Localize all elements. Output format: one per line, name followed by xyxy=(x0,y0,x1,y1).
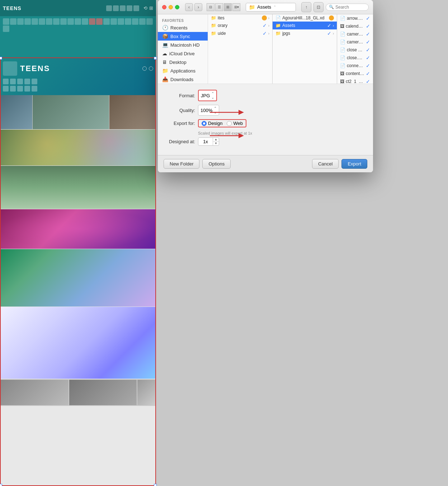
cancel-button[interactable]: Cancel xyxy=(312,159,339,169)
file-column-3: 📄 arrow.svg ✓ 🖼 calendarBG.jpg ✓ 📄 camer… xyxy=(337,14,373,84)
forward-button[interactable]: › xyxy=(194,3,202,11)
search-input[interactable] xyxy=(335,5,364,10)
file-row[interactable]: 🖼 calendarBG.jpg ✓ xyxy=(337,22,373,30)
format-select[interactable]: JPG ⌃⌄ xyxy=(198,90,217,101)
xd-tool-icon[interactable] xyxy=(133,5,139,11)
macintosh-hd-icon: 💻 xyxy=(162,42,168,48)
xd-tool[interactable] xyxy=(118,18,124,25)
file-row[interactable]: 📄 close video.svg ✓ xyxy=(337,46,373,54)
sidebar-item-recents[interactable]: 🕐 Recents xyxy=(158,23,208,32)
xd-tool[interactable] xyxy=(132,18,138,25)
xd-tool-icon[interactable] xyxy=(106,5,112,11)
xd-tool[interactable] xyxy=(46,18,52,25)
sidebar-item-box-sync[interactable]: 📦 Box Sync xyxy=(158,32,208,41)
file-row[interactable]: 🖼 ct2_1_hover@2x.png ✓ xyxy=(337,78,373,84)
close-window-button[interactable] xyxy=(162,5,166,9)
web-radio-label[interactable]: Web xyxy=(227,121,243,126)
handle-tr[interactable] xyxy=(154,57,157,60)
file-row[interactable]: 📄 close.svg ✓ xyxy=(337,54,373,62)
file-row[interactable]: 📄 camera.svg ✓ xyxy=(337,38,373,46)
file-row[interactable]: 📁 uide ✓ › xyxy=(208,29,272,37)
xd-tool-icon[interactable] xyxy=(127,5,132,11)
file-row[interactable]: 🖼 contentIMG.jpg ✓ xyxy=(337,70,373,78)
design-header-block: TEENS xyxy=(0,57,156,95)
xd-tool[interactable] xyxy=(67,18,74,25)
file-name: arrow.svg xyxy=(347,16,364,21)
xd-tool[interactable] xyxy=(96,18,103,25)
arrow-format xyxy=(210,107,246,119)
back-button[interactable]: ‹ xyxy=(185,3,193,11)
xd-tool[interactable] xyxy=(82,18,88,25)
new-tab-button[interactable]: ⊡ xyxy=(313,2,324,12)
xd-tool[interactable] xyxy=(3,18,9,25)
check-icon: ✓ xyxy=(366,79,370,84)
chevron-icon: › xyxy=(268,24,269,28)
export-button[interactable]: Export xyxy=(341,159,367,169)
file-row[interactable]: 📄 arrow.svg ✓ xyxy=(337,14,373,22)
xd-tool[interactable] xyxy=(110,18,117,25)
stepper-down-button[interactable]: ▼ xyxy=(213,142,219,145)
handle-bl[interactable] xyxy=(0,484,2,486)
file-name: camera.svg xyxy=(347,39,364,45)
xd-toolbar: TEENS ⟲⊞ xyxy=(0,0,156,16)
xd-tool[interactable] xyxy=(89,18,95,25)
file-icon: 📄 xyxy=(340,32,345,37)
xd-tool[interactable] xyxy=(24,18,31,25)
xd-tool[interactable] xyxy=(146,18,153,25)
xd-tool[interactable] xyxy=(139,18,146,25)
box-sync-icon: 📦 xyxy=(162,33,168,39)
check-icon: ✓ xyxy=(327,23,331,28)
footer-left-buttons: New Folder Options xyxy=(164,159,231,169)
file-row[interactable]: 📄 connect.svg ✓ xyxy=(337,62,373,70)
search-icon: 🔍 xyxy=(329,5,334,9)
xd-tool[interactable] xyxy=(103,18,110,25)
xd-tool[interactable] xyxy=(60,18,67,25)
xd-tool[interactable] xyxy=(53,18,60,25)
gradient-bg-2 xyxy=(0,307,156,379)
location-box[interactable]: 📁 Assets ⌃ xyxy=(246,3,296,11)
list-view-button[interactable]: ☰ xyxy=(215,3,223,11)
column-view-button[interactable]: ⊞ xyxy=(224,3,232,11)
xd-tool[interactable] xyxy=(39,18,45,25)
xd-tool[interactable] xyxy=(3,25,9,32)
handle-tl[interactable] xyxy=(0,57,2,60)
check-icon: ✓ xyxy=(366,23,370,29)
sidebar-item-downloads[interactable]: 📥 Downloads xyxy=(158,75,208,84)
share-button[interactable]: ↑ xyxy=(301,2,311,12)
xd-tool[interactable] xyxy=(125,18,131,25)
file-row[interactable]: 📄 AgouraHill...18_GL.xd xyxy=(273,14,337,22)
sidebar-item-applications[interactable]: 📁 Applications xyxy=(158,66,208,75)
file-row[interactable]: 📁 jpgs ✓ › xyxy=(273,29,337,37)
file-row[interactable]: 📁 orary ✓ › xyxy=(208,22,272,29)
file-name: close video.svg xyxy=(347,47,364,52)
sidebar-item-desktop[interactable]: 🖥 Desktop xyxy=(158,58,208,66)
xd-tool-icon[interactable] xyxy=(120,5,126,11)
xd-tool[interactable] xyxy=(32,18,38,25)
file-row[interactable]: 📄 camera arr...hover.svg ✓ xyxy=(337,30,373,38)
sidebar-item-macintosh-hd[interactable]: 💻 Macintosh HD xyxy=(158,41,208,49)
sidebar-item-icloud-drive[interactable]: ☁ iCloud Drive xyxy=(158,49,208,58)
xd-tool-icon[interactable] xyxy=(113,5,119,11)
file-row[interactable]: 📁 ites › xyxy=(208,14,272,22)
new-folder-button[interactable]: New Folder xyxy=(164,159,199,169)
xd-tool[interactable] xyxy=(10,18,16,25)
file-row-selected[interactable]: 📁 Assets ✓ › xyxy=(273,22,337,29)
handle-br[interactable] xyxy=(154,484,157,486)
maximize-window-button[interactable] xyxy=(175,5,179,9)
xd-tool[interactable] xyxy=(75,18,81,25)
minimize-window-button[interactable] xyxy=(169,5,173,9)
xd-tool[interactable] xyxy=(17,18,24,25)
svg-marker-3 xyxy=(239,133,244,138)
chevron-icon: › xyxy=(333,24,334,28)
chevron-icon: › xyxy=(268,32,269,36)
options-button[interactable]: Options xyxy=(202,159,231,169)
design-radio-button[interactable] xyxy=(202,121,207,126)
design-radio-label[interactable]: Design xyxy=(202,121,222,126)
folder-icon: 📁 xyxy=(211,15,216,20)
gallery-view-button[interactable]: ⊞▾ xyxy=(232,3,240,11)
icon-view-button[interactable]: ⊟ xyxy=(207,3,214,11)
chevron-icon: › xyxy=(333,32,334,36)
dance-photo xyxy=(0,209,156,249)
web-radio-button[interactable] xyxy=(227,121,232,126)
search-box[interactable]: 🔍 xyxy=(326,4,369,11)
